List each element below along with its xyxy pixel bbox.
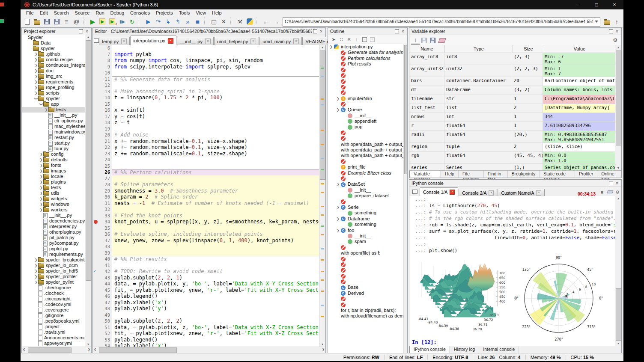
import-data-button[interactable]: ↓: [411, 36, 420, 45]
minimize-button[interactable]: –: [569, 0, 587, 9]
project-tree-item-interpreter-py[interactable]: interpreter.py: [22, 224, 85, 229]
chevron-expanded-icon[interactable]: ❯: [330, 44, 334, 50]
project-tree-item-announcements-md[interactable]: Announcements.md: [22, 335, 85, 341]
code-line-27[interactable]: 27: [93, 175, 319, 182]
menu-consoles[interactable]: Consoles: [127, 10, 153, 15]
interrupt-kernel-button[interactable]: ■: [598, 188, 606, 196]
project-tree-item--github[interactable]: ❯.github: [22, 51, 85, 57]
code-line-36[interactable]: 36# Evaluate spline, including interpola…: [93, 231, 319, 237]
menu-help[interactable]: Help: [209, 10, 225, 15]
browse-tabs-button[interactable]: [94, 36, 99, 45]
gutter-marker[interactable]: [93, 318, 98, 324]
code-line-49[interactable]: 49: [93, 312, 319, 318]
outline-item-imputernan[interactable]: ❯fimputerNan: [328, 96, 404, 101]
project-tree-item-config[interactable]: ❯config: [22, 151, 85, 157]
menu-projects[interactable]: Projects: [153, 10, 176, 15]
close-pane-button[interactable]: ×: [614, 29, 620, 34]
chevron-expanded-icon[interactable]: ❯: [337, 205, 341, 210]
code-line-33[interactable]: 33# Find the knot points: [93, 213, 319, 219]
gutter-marker[interactable]: [93, 206, 98, 213]
continue-execution-button[interactable]: »: [183, 17, 193, 27]
code-line-26[interactable]: 26# %% Perform calculations: [93, 169, 319, 175]
chevron-collapsed-icon[interactable]: ❯: [337, 96, 341, 101]
gutter-marker[interactable]: [93, 89, 98, 95]
project-tree-item--travis-yml[interactable]: .travis.yml: [22, 329, 85, 335]
code-line-24[interactable]: 24: [93, 157, 319, 163]
outline-item-with-open-file-as-f-[interactable]: with open(file) as f:: [328, 250, 404, 256]
gutter-marker[interactable]: [93, 312, 98, 318]
project-tree-hscrollbar[interactable]: ❮ ❯: [22, 347, 91, 353]
code-line-31[interactable]: 31nests = -1 # Estimate of number of kno…: [93, 200, 319, 207]
console-options-gear-button[interactable]: ⚙: [614, 188, 621, 196]
project-tree-item-requirements-py[interactable]: requirements.py: [22, 252, 85, 257]
gutter-marker[interactable]: [93, 275, 98, 281]
variable-row-series[interactable]: seriesSeries(1,)Series object of pandas.…: [409, 164, 615, 171]
dock-tab-help[interactable]: Help: [441, 171, 459, 178]
dock-tab-profiler[interactable]: Profiler: [575, 171, 597, 178]
code-line-42[interactable]: ✓42# TODO: Rewrite to avoid code smell: [93, 268, 319, 275]
column-header-size[interactable]: Size: [513, 45, 544, 53]
symbol-finder-button[interactable]: @: [72, 17, 81, 27]
project-tree-item-images[interactable]: ❯images: [22, 168, 85, 174]
chevron-collapsed-icon[interactable]: ❯: [39, 185, 43, 190]
fullscreen-outline-button[interactable]: ✕: [345, 36, 353, 43]
gutter-marker[interactable]: [93, 219, 98, 225]
column-header-type[interactable]: Type: [445, 45, 513, 53]
code-line-10[interactable]: 10: [93, 70, 319, 76]
chevron-collapsed-icon[interactable]: ❯: [39, 207, 43, 213]
gutter-marker[interactable]: [93, 281, 98, 287]
project-tree-item-dependencies-py[interactable]: dependencies.py: [22, 218, 85, 224]
close-tab-icon[interactable]: ×: [536, 190, 541, 196]
variable-table-vscrollbar[interactable]: ▲▼: [615, 45, 621, 171]
project-tree-item-start-py[interactable]: start.py: [22, 140, 85, 146]
code-line-30[interactable]: 30k_param = 2 # Spline order: [93, 194, 319, 200]
menu-file[interactable]: File: [23, 10, 37, 15]
float-pane-button[interactable]: [608, 181, 614, 186]
chevron-collapsed-icon[interactable]: ❯: [34, 279, 38, 285]
run-selection-button[interactable]: ▮▶: [117, 17, 127, 27]
menu-debug[interactable]: Debug: [107, 10, 127, 15]
close-pane-button[interactable]: ×: [84, 29, 90, 34]
chevron-collapsed-icon[interactable]: ❯: [34, 90, 38, 96]
code-line-29[interactable]: 29smoothness = 3.0 # Smoothness paramete…: [93, 188, 319, 194]
project-tree-item--ciocopyright[interactable]: .ciocopyright: [22, 296, 85, 302]
outline-item-print-file[interactable]: fprint_file: [328, 164, 404, 170]
gutter-marker[interactable]: [93, 306, 98, 312]
project-tree-item-pil-patch-py[interactable]: pil_patch.py: [22, 235, 85, 240]
code-line-19[interactable]: 19: [93, 126, 319, 132]
variable-row-df[interactable]: dfDataFrame(3, 2)Column names: bools, in…: [409, 86, 615, 95]
variable-row-bars[interactable]: barscontainer.BarContainer20BarContainer…: [409, 77, 615, 86]
close-tab-icon[interactable]: ×: [250, 39, 256, 44]
chevron-collapsed-icon[interactable]: ❯: [39, 202, 43, 207]
variable-row-r[interactable]: rfloat6417.611082589334796: [409, 122, 615, 131]
chevron-collapsed-icon[interactable]: ❯: [39, 196, 43, 202]
project-tree-item-appveyor-yml[interactable]: appveyor.yml: [22, 341, 85, 346]
dock-tab-breakpoints[interactable]: Breakpoints: [508, 171, 540, 178]
code-line-51[interactable]: 51data, = pylab.plot(x, z, 'bo-', label=…: [93, 324, 319, 331]
chevron-collapsed-icon[interactable]: ❯: [39, 179, 43, 185]
code-line-41[interactable]: 41: [93, 262, 319, 269]
console-tab-console-2-a[interactable]: Console 2/A×: [459, 189, 497, 196]
gutter-marker[interactable]: [93, 213, 98, 219]
outline-item-cell[interactable]: [328, 136, 404, 141]
outline-item-cell[interactable]: [328, 267, 404, 273]
editor-tab-interpolation-py[interactable]: interpolation.py×: [130, 36, 176, 45]
gutter-marker[interactable]: [93, 262, 98, 269]
code-line-52[interactable]: 52fit, = pylab.plot(xnew, znew, 'r-', la…: [93, 330, 319, 337]
outline-item-derived[interactable]: CDerived: [328, 291, 404, 296]
remove-variables-button[interactable]: [438, 38, 446, 43]
project-tree-item-fonts[interactable]: ❯fonts: [22, 163, 85, 168]
console-vscrollbar[interactable]: ▲▼: [615, 196, 621, 346]
breakpoint-icon[interactable]: [94, 220, 98, 224]
expand-all-button[interactable]: +: [368, 36, 376, 43]
gutter-marker[interactable]: [93, 243, 98, 250]
gutter-marker[interactable]: [93, 57, 98, 64]
code-line-44[interactable]: 44data, = pylab.plot(x, y, 'bo-', label=…: [93, 281, 319, 287]
chevron-collapsed-icon[interactable]: ❯: [39, 157, 43, 163]
project-tree-item--gitignore[interactable]: .gitignore: [22, 313, 85, 318]
chevron-collapsed-icon[interactable]: ❯: [39, 190, 43, 196]
menu-source[interactable]: Source: [72, 10, 93, 15]
pythonpath-manager-button[interactable]: [245, 17, 255, 27]
outline-item-perform-calculations[interactable]: Perform calculations: [328, 56, 404, 61]
project-tree-item-locale[interactable]: ❯locale: [22, 174, 85, 179]
